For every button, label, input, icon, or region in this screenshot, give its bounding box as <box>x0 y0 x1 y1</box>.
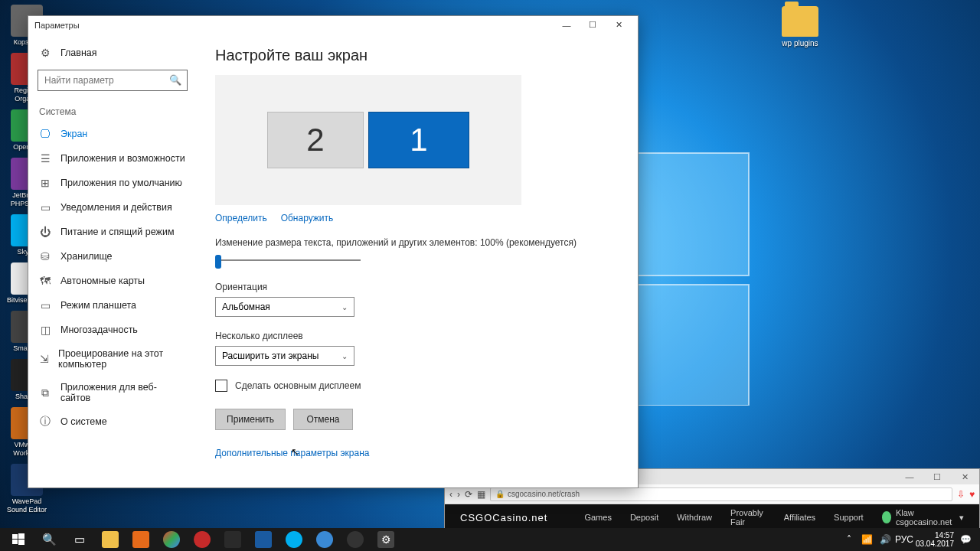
sidebar-item-power[interactable]: ⏻ Питание и спящий режим <box>28 220 197 244</box>
svg-rect-4 <box>12 534 18 539</box>
minimize-button[interactable]: — <box>898 471 921 482</box>
notifications-icon: ▭ <box>39 201 51 214</box>
chrome-icon <box>163 531 180 548</box>
maximize-button[interactable]: ☐ <box>926 471 949 482</box>
project-icon: ⇲ <box>39 353 49 365</box>
nav-withdraw[interactable]: Withdraw <box>677 513 712 522</box>
primary-display-checkbox-row[interactable]: Сделать основным дисплеем <box>215 380 619 392</box>
svg-rect-5 <box>18 533 24 539</box>
apps-icon: ☰ <box>39 152 51 165</box>
settings-main: Настройте ваш экран 2 1 Определить Обнар… <box>197 34 638 487</box>
avatar <box>882 511 891 523</box>
taskbar-app-edge[interactable] <box>309 528 340 551</box>
display-arrangement[interactable]: 2 1 <box>215 75 521 205</box>
scale-label: Изменение размера текста, приложений и д… <box>215 237 619 248</box>
sidebar-item-multitasking[interactable]: ◫ Многозадачность <box>28 318 197 342</box>
sidebar-item-tablet-mode[interactable]: ▭ Режим планшета <box>28 293 197 318</box>
nav-games[interactable]: Games <box>584 513 611 522</box>
user-menu[interactable]: Klaw csgocasino.net ▾ <box>882 508 964 527</box>
scale-slider[interactable] <box>215 253 361 268</box>
close-button[interactable]: ✕ <box>606 16 632 34</box>
start-button[interactable] <box>3 528 34 551</box>
taskbar-pinned-apps: ⚙ <box>95 528 401 551</box>
taskbar-app-skype[interactable] <box>279 528 309 551</box>
tray-chevron-icon[interactable]: ˄ <box>842 533 856 546</box>
sidebar-item-label: Уведомления и действия <box>60 202 172 213</box>
tray-clock[interactable]: 14:57 03.04.2017 <box>916 531 954 548</box>
svg-rect-6 <box>12 540 18 544</box>
heart-icon-2[interactable]: ♥ <box>969 489 975 500</box>
taskbar-app-opera[interactable] <box>187 528 217 551</box>
chevron-down-icon: ⌄ <box>341 352 348 360</box>
slider-thumb[interactable] <box>215 255 221 269</box>
sidebar-item-about[interactable]: ⓘ О системе <box>28 409 197 434</box>
taskbar-app-obs[interactable] <box>340 528 371 551</box>
sidebar-label: Главная <box>60 47 97 58</box>
site-logo[interactable]: CSGOCasino.net <box>460 512 547 523</box>
gear-icon: ⚙ <box>39 47 51 59</box>
desktop-icon-wp-plugins[interactable]: wp plugins <box>773 6 827 47</box>
reload-button[interactable]: ⟳ <box>465 489 472 500</box>
identify-link[interactable]: Определить <box>215 213 267 223</box>
link-icon: ⧉ <box>39 386 51 399</box>
task-view-button[interactable]: ▭ <box>64 528 95 551</box>
sidebar-item-label: Приложения и возможности <box>60 153 185 164</box>
tray-network-icon[interactable]: 📶 <box>861 533 874 546</box>
sidebar-item-label: Приложения по умолчанию <box>60 178 182 188</box>
nav-deposit[interactable]: Deposit <box>630 513 658 522</box>
monitor-2[interactable]: 2 <box>267 112 364 168</box>
search-button[interactable]: 🔍 <box>34 528 64 551</box>
sidebar-home[interactable]: ⚙ Главная <box>28 41 197 65</box>
taskbar-app-firefox[interactable] <box>126 528 156 551</box>
sidebar-item-label: Режим планшета <box>60 300 136 311</box>
taskbar-app-chrome[interactable] <box>156 528 187 551</box>
multiple-displays-select[interactable]: Расширить эти экраны ⌄ <box>215 346 354 366</box>
back-button[interactable]: ‹ <box>449 489 452 500</box>
sidebar-item-offline-maps[interactable]: 🗺 Автономные карты <box>28 269 197 293</box>
taskbar-app-explorer[interactable] <box>95 528 126 551</box>
maximize-button[interactable]: ☐ <box>580 16 606 34</box>
task-view-icon: ▭ <box>74 533 85 546</box>
orientation-select[interactable]: Альбомная ⌄ <box>215 297 354 317</box>
orientation-value: Альбомная <box>222 302 270 312</box>
nav-affiliates[interactable]: Affiliates <box>784 513 815 522</box>
sidebar-item-apps-websites[interactable]: ⧉ Приложения для веб-сайтов <box>28 376 197 409</box>
cursor-icon: ↖ <box>291 446 299 458</box>
sidebar-item-storage[interactable]: ⛁ Хранилище <box>28 244 197 269</box>
detect-link[interactable]: Обнаружить <box>281 213 334 223</box>
search-input[interactable] <box>38 70 188 91</box>
address-bar[interactable]: 🔒 csgocasino.net/crash <box>490 487 952 501</box>
page-heading: Настройте ваш экран <box>215 47 619 64</box>
tray-language[interactable]: РУС <box>897 533 911 546</box>
tray-action-center-icon[interactable]: 💬 <box>959 533 972 546</box>
lock-icon: 🔒 <box>495 490 505 498</box>
close-button[interactable]: ✕ <box>953 471 976 482</box>
tray-volume-icon[interactable]: 🔊 <box>879 533 893 546</box>
edge-icon <box>316 531 333 548</box>
advanced-display-link[interactable]: Дополнительные параметры экрана ↖ <box>215 448 370 458</box>
info-icon: ⓘ <box>39 416 51 428</box>
skype-icon <box>286 531 302 548</box>
taskbar-app-vscode[interactable] <box>217 528 248 551</box>
heart-icon[interactable]: ⇩ <box>957 489 965 500</box>
checkbox[interactable] <box>215 380 227 392</box>
nav-support[interactable]: Support <box>834 513 864 522</box>
grid-icon[interactable]: ▦ <box>477 489 485 500</box>
taskbar-app-settings[interactable]: ⚙ <box>371 528 401 551</box>
cancel-button[interactable]: Отмена <box>293 409 353 430</box>
sidebar-item-projecting[interactable]: ⇲ Проецирование на этот компьютер <box>28 342 197 376</box>
tray-time: 14:57 <box>916 531 954 540</box>
taskbar: 🔍 ▭ ⚙ ˄ 📶 🔊 РУС 14:57 03.04.2017 💬 <box>0 528 980 551</box>
taskbar-app-mail[interactable] <box>248 528 279 551</box>
sidebar-item-display[interactable]: 🖵 Экран <box>28 122 197 146</box>
sidebar-item-notifications[interactable]: ▭ Уведомления и действия <box>28 195 197 220</box>
sidebar-item-apps-features[interactable]: ☰ Приложения и возможности <box>28 146 197 171</box>
sidebar-item-label: О системе <box>60 416 107 427</box>
monitor-1[interactable]: 1 <box>368 112 469 168</box>
minimize-button[interactable]: — <box>554 16 580 34</box>
apply-button[interactable]: Применить <box>215 409 286 430</box>
sidebar-item-default-apps[interactable]: ⊞ Приложения по умолчанию <box>28 171 197 195</box>
sidebar-item-label: Многозадачность <box>60 324 138 335</box>
forward-button[interactable]: › <box>457 489 460 500</box>
nav-provably[interactable]: Provably Fair <box>730 508 766 527</box>
